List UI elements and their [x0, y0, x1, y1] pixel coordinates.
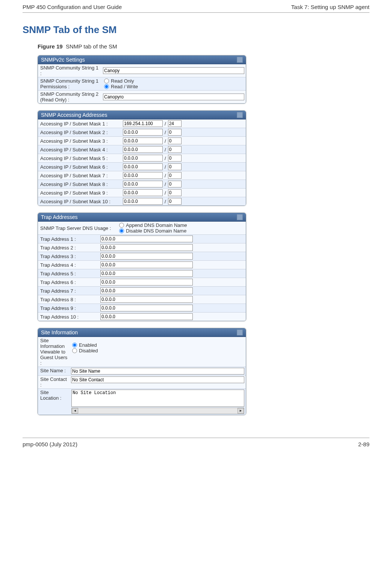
trap-address-input[interactable]: [100, 313, 193, 320]
slash-separator: /: [163, 121, 167, 127]
ip-input[interactable]: [123, 155, 163, 162]
radio-label: Append DNS Domain Name: [126, 222, 187, 228]
radio-option[interactable]: [104, 84, 109, 89]
table-row: Accessing IP / Subnet Mask 8 :/: [38, 180, 246, 189]
panel-title: Trap Addresses: [41, 214, 78, 220]
table-row: Trap Address 7 :: [38, 287, 246, 295]
table-row: Site Name :: [38, 367, 246, 376]
mask-input[interactable]: [168, 172, 182, 179]
trap-address-input[interactable]: [100, 261, 193, 268]
mask-input[interactable]: [168, 198, 182, 205]
row-label: Accessing IP / Subnet Mask 8 :: [38, 181, 121, 188]
scroll-arrow-left-icon[interactable]: ◄: [72, 408, 78, 414]
ip-input[interactable]: [123, 181, 163, 187]
row-label: Site Name :: [38, 367, 70, 374]
figure-text: SNMP tab of the SM: [66, 43, 117, 50]
trap-address-input[interactable]: [100, 305, 193, 311]
collapse-icon[interactable]: [237, 112, 243, 118]
radio-option[interactable]: [72, 343, 77, 347]
row-label: Trap Address 6 :: [38, 279, 99, 286]
text-input[interactable]: [103, 94, 244, 100]
row-label: Accessing IP / Subnet Mask 1 :: [38, 120, 121, 127]
trap-address-input[interactable]: [100, 279, 193, 286]
table-row: Accessing IP / Subnet Mask 2 :/: [38, 128, 246, 137]
text-input[interactable]: [71, 368, 244, 375]
table-row: Trap Address 5 :: [38, 269, 246, 278]
table-row: SNMP Community String 1 :: [38, 64, 246, 77]
row-label: Trap Address 5 :: [38, 270, 99, 277]
row-label: Accessing IP / Subnet Mask 2 :: [38, 129, 121, 136]
table-row: Trap Address 8 :: [38, 295, 246, 304]
mask-input[interactable]: [168, 189, 182, 196]
slash-separator: /: [163, 199, 167, 204]
trap-address-input[interactable]: [100, 296, 193, 303]
radio-option[interactable]: [72, 348, 77, 353]
ip-input[interactable]: [123, 129, 163, 136]
row-label: Accessing IP / Subnet Mask 5 :: [38, 155, 121, 162]
scroll-arrow-right-icon[interactable]: ►: [238, 408, 244, 414]
page-footer: pmp-0050 (July 2012) 2-89: [23, 438, 369, 447]
mask-input[interactable]: [168, 146, 182, 153]
ip-input[interactable]: [123, 189, 163, 196]
collapse-icon[interactable]: [237, 214, 243, 220]
radio-label: Disable DNS Domain Name: [126, 228, 186, 234]
slash-separator: /: [163, 181, 167, 187]
table-row: SNMP Trap Server DNS Usage :Append DNS D…: [38, 222, 246, 235]
row-label: SNMP Community String 2 (Read Only) :: [38, 91, 101, 103]
table-row: Trap Address 4 :: [38, 261, 246, 269]
trap-address-input[interactable]: [100, 287, 193, 294]
table-row: Accessing IP / Subnet Mask 5 :/: [38, 154, 246, 163]
mask-input[interactable]: [168, 181, 182, 187]
radio-label: Read Only: [111, 78, 134, 84]
snmp-accessing-addresses-panel: SNMP Accessing Addresses Accessing IP / …: [38, 110, 246, 206]
table-row: Accessing IP / Subnet Mask 3 :/: [38, 137, 246, 145]
trap-address-input[interactable]: [100, 244, 193, 251]
row-label: Trap Address 10 :: [38, 313, 99, 320]
text-input[interactable]: [71, 376, 244, 383]
table-row: Site Information Viewable to Guest Users…: [38, 337, 246, 367]
table-row: SNMP Community String 2 (Read Only) :: [38, 91, 246, 103]
trap-address-input[interactable]: [100, 253, 193, 260]
ip-input[interactable]: [123, 137, 163, 144]
mask-input[interactable]: [168, 137, 182, 144]
table-row: Trap Address 10 :: [38, 313, 246, 321]
row-label: Accessing IP / Subnet Mask 3 :: [38, 137, 121, 145]
trap-address-input[interactable]: [100, 236, 193, 242]
row-label: Trap Address 4 :: [38, 261, 99, 269]
row-label: Trap Address 9 :: [38, 305, 99, 312]
ip-input[interactable]: [123, 146, 163, 153]
mask-input[interactable]: [168, 129, 182, 136]
radio-option[interactable]: [104, 79, 109, 83]
table-row: Trap Address 3 :: [38, 252, 246, 261]
ip-input[interactable]: [123, 120, 163, 127]
figure-number: Figure 19: [38, 43, 63, 50]
mask-input[interactable]: [168, 155, 182, 162]
collapse-icon[interactable]: [237, 329, 243, 335]
panel-title: Site Information: [41, 329, 78, 335]
row-label: Site Information Viewable to Guest Users…: [38, 337, 71, 367]
table-row: Accessing IP / Subnet Mask 9 :/: [38, 189, 246, 197]
row-label: Site Contact :: [38, 376, 70, 388]
text-input[interactable]: [103, 67, 244, 74]
ip-input[interactable]: [123, 172, 163, 179]
row-label: Accessing IP / Subnet Mask 10 :: [38, 198, 121, 205]
footer-left: pmp-0050 (July 2012): [23, 441, 77, 447]
table-row: Accessing IP / Subnet Mask 10 :/: [38, 197, 246, 205]
row-label: Accessing IP / Subnet Mask 6 :: [38, 163, 121, 171]
collapse-icon[interactable]: [237, 57, 243, 63]
radio-option[interactable]: [119, 228, 124, 233]
trap-address-input[interactable]: [100, 270, 193, 277]
mask-input[interactable]: [168, 120, 182, 127]
table-row: Site Contact :: [38, 376, 246, 389]
mask-input[interactable]: [168, 163, 182, 170]
table-row: Trap Address 6 :: [38, 278, 246, 287]
row-label: Trap Address 8 :: [38, 296, 99, 303]
ip-input[interactable]: [123, 163, 163, 170]
site-location-textarea[interactable]: [71, 390, 244, 407]
table-row: Accessing IP / Subnet Mask 6 :/: [38, 163, 246, 171]
horizontal-scrollbar[interactable]: ◄►: [71, 408, 244, 414]
table-row: Trap Address 9 :: [38, 304, 246, 313]
header-right: Task 7: Setting up SNMP agent: [291, 4, 369, 10]
radio-option[interactable]: [119, 223, 124, 228]
ip-input[interactable]: [123, 198, 163, 205]
